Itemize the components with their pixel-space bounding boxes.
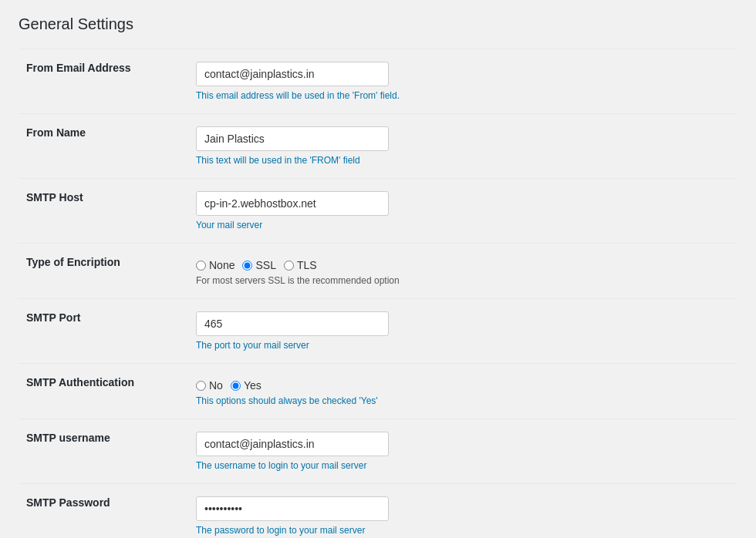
from-name-row: From Name This text will be used in the … <box>19 114 737 179</box>
encryption-hint: For most servers SSL is the recommended … <box>196 275 730 286</box>
smtp-port-row: SMTP Port The port to your mail server <box>19 299 737 364</box>
smtp-password-hint: The password to login to your mail serve… <box>196 525 730 536</box>
smtp-auth-row: SMTP Authentication No Yes This options … <box>19 364 737 419</box>
smtp-auth-no-label[interactable]: No <box>196 379 223 392</box>
encryption-radio-group: None SSL TLS <box>196 256 730 271</box>
from-email-input[interactable] <box>196 62 389 86</box>
smtp-auth-radio-group: No Yes <box>196 376 730 392</box>
smtp-auth-yes-label[interactable]: Yes <box>231 379 262 392</box>
from-name-input[interactable] <box>196 126 389 151</box>
encryption-row: Type of Encription None SSL <box>19 244 737 299</box>
settings-table: From Email Address This email address wi… <box>19 49 737 538</box>
smtp-username-hint: The username to login to your mail serve… <box>196 460 730 471</box>
encryption-ssl-radio[interactable] <box>242 261 252 271</box>
page-container: General Settings From Email Address This… <box>0 0 756 538</box>
smtp-host-label: SMTP Host <box>19 179 188 244</box>
smtp-auth-label: SMTP Authentication <box>19 364 188 419</box>
encryption-ssl-label[interactable]: SSL <box>242 259 275 271</box>
smtp-port-hint: The port to your mail server <box>196 340 730 351</box>
smtp-host-input[interactable] <box>196 191 389 216</box>
from-name-label: From Name <box>19 114 188 179</box>
smtp-password-row: SMTP Password The password to login to y… <box>19 484 737 539</box>
smtp-port-label: SMTP Port <box>19 299 188 364</box>
encryption-label: Type of Encription <box>19 244 188 299</box>
smtp-port-input[interactable] <box>196 311 389 336</box>
smtp-username-row: SMTP username The username to login to y… <box>19 419 737 484</box>
encryption-tls-label[interactable]: TLS <box>284 259 317 271</box>
smtp-username-label: SMTP username <box>19 419 188 484</box>
smtp-port-field-cell: The port to your mail server <box>188 299 737 364</box>
smtp-username-field-cell: The username to login to your mail serve… <box>188 419 737 484</box>
smtp-username-input[interactable] <box>196 432 389 456</box>
from-name-hint: This text will be used in the 'FROM' fie… <box>196 155 730 166</box>
encryption-field-cell: None SSL TLS For most servers SSL is the… <box>188 244 737 299</box>
smtp-auth-field-cell: No Yes This options should always be che… <box>188 364 737 419</box>
encryption-tls-radio[interactable] <box>284 261 294 271</box>
smtp-auth-yes-text: Yes <box>244 379 262 392</box>
smtp-auth-yes-radio[interactable] <box>231 381 241 391</box>
encryption-none-text: None <box>209 259 235 271</box>
smtp-host-hint: Your mail server <box>196 220 730 230</box>
from-email-hint: This email address will be used in the '… <box>196 90 730 101</box>
smtp-host-row: SMTP Host Your mail server <box>19 179 737 244</box>
smtp-auth-hint: This options should always be checked 'Y… <box>196 395 730 406</box>
encryption-ssl-text: SSL <box>255 259 275 271</box>
from-name-field-cell: This text will be used in the 'FROM' fie… <box>188 114 737 179</box>
encryption-none-label[interactable]: None <box>196 259 235 271</box>
smtp-password-input[interactable] <box>196 496 389 521</box>
page-title: General Settings <box>19 15 737 33</box>
encryption-none-radio[interactable] <box>196 261 206 271</box>
smtp-auth-no-radio[interactable] <box>196 381 206 391</box>
from-email-row: From Email Address This email address wi… <box>19 49 737 114</box>
smtp-auth-no-text: No <box>209 379 223 392</box>
smtp-password-field-cell: The password to login to your mail serve… <box>188 484 737 539</box>
from-email-field-cell: This email address will be used in the '… <box>188 49 737 114</box>
smtp-password-label: SMTP Password <box>19 484 188 539</box>
encryption-tls-text: TLS <box>297 259 317 271</box>
from-email-label: From Email Address <box>19 49 188 114</box>
smtp-host-field-cell: Your mail server <box>188 179 737 244</box>
